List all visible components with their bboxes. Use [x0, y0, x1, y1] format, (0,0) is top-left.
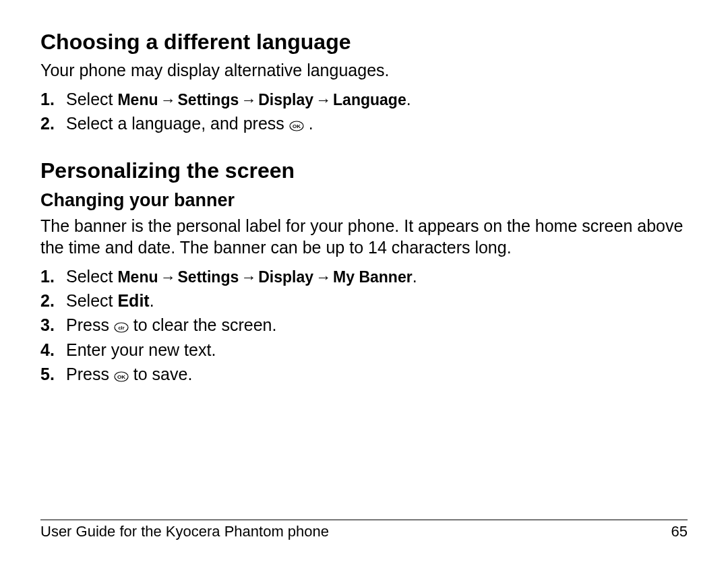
ok-button-icon: OK: [289, 121, 304, 131]
svg-text:clr: clr: [118, 325, 124, 331]
step-text-post: .: [304, 114, 313, 133]
step-text: Press: [66, 365, 114, 383]
step-1: 1. Select Menu→Settings→Display→Language…: [40, 87, 688, 111]
nav-path: Menu→Settings→Display→My Banner: [117, 268, 412, 286]
clear-button-icon: clr: [114, 322, 129, 333]
steps-changing-banner: 1. Select Menu→Settings→Display→My Banne…: [40, 264, 688, 386]
heading-personalizing-screen: Personalizing the screen: [40, 157, 688, 184]
step-2: 2. Select a language, and press OK .: [40, 111, 688, 135]
steps-choosing-language: 1. Select Menu→Settings→Display→Language…: [40, 87, 688, 136]
edit-label: Edit: [117, 291, 149, 310]
step-2: 2. Select Edit.: [40, 288, 688, 313]
step-1: 1. Select Menu→Settings→Display→My Banne…: [40, 264, 688, 288]
intro-choosing-language: Your phone may display alternative langu…: [40, 59, 688, 82]
step-number: 1.: [40, 264, 55, 288]
svg-text:OK: OK: [117, 374, 125, 380]
footer-page-number: 65: [671, 523, 688, 540]
heading-choosing-language: Choosing a different language: [40, 28, 688, 55]
step-text: Select a language, and press: [66, 114, 289, 133]
step-number: 3.: [40, 313, 55, 337]
document-page: Choosing a different language Your phone…: [0, 0, 728, 562]
step-4: 4. Enter your new text.: [40, 338, 688, 362]
step-number: 2.: [40, 288, 55, 313]
step-text-post: to save.: [129, 365, 193, 383]
subheading-changing-banner: Changing your banner: [40, 189, 688, 212]
step-number: 1.: [40, 87, 55, 111]
step-number: 2.: [40, 111, 55, 135]
step-text: Enter your new text.: [66, 340, 216, 359]
step-text: Select: [66, 267, 117, 286]
step-3: 3. Press clr to clear the screen.: [40, 313, 688, 337]
step-5: 5. Press OK to save.: [40, 362, 688, 386]
footer-rule: [40, 520, 688, 520]
step-text: Select: [66, 90, 117, 108]
ok-button-icon: OK: [114, 371, 129, 382]
footer-title: User Guide for the Kyocera Phantom phone: [40, 523, 329, 540]
step-text: Press: [66, 315, 114, 334]
step-text: Select: [66, 291, 117, 310]
intro-changing-banner: The banner is the personal label for you…: [40, 215, 688, 259]
nav-path: Menu→Settings→Display→Language: [117, 91, 406, 108]
step-text-post: to clear the screen.: [129, 315, 277, 334]
svg-text:OK: OK: [293, 123, 301, 129]
page-footer: User Guide for the Kyocera Phantom phone…: [40, 520, 688, 540]
step-number: 4.: [40, 338, 55, 362]
step-number: 5.: [40, 362, 55, 386]
